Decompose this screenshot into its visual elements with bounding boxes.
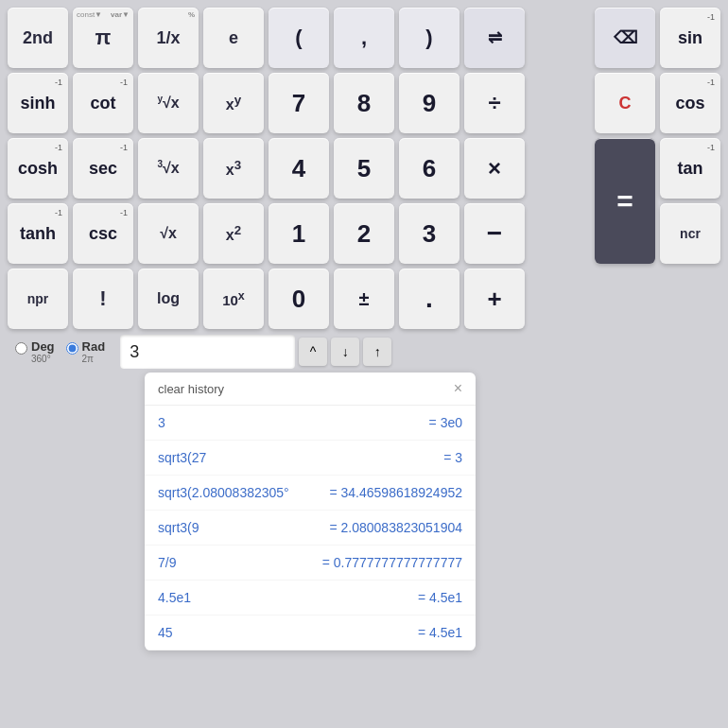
btn-blank6 — [529, 269, 590, 329]
btn-equal[interactable]: = — [595, 138, 655, 264]
history-result: = 34.46598618924952 — [329, 485, 462, 500]
rad-sublabel: 2π — [82, 354, 106, 364]
display-input[interactable] — [120, 335, 295, 369]
deg-option[interactable]: Deg 360° — [15, 339, 55, 364]
history-clear-label[interactable]: clear history — [158, 382, 224, 396]
history-item[interactable]: 7/9 = 0.7777777777777777 — [145, 546, 476, 581]
btn-4[interactable]: 4 — [269, 138, 329, 199]
btn-5[interactable]: 5 — [334, 138, 394, 199]
btn-tan[interactable]: -1 tan — [660, 138, 720, 199]
rad-radio[interactable] — [66, 342, 78, 355]
history-expr: 7/9 — [158, 555, 176, 570]
btn-tanh[interactable]: -1 tanh — [8, 203, 68, 264]
calculator: 2nd const▼ π var▼ 1/x % e ( , ) ⇌ ⌫ — [0, 0, 728, 650]
btn-blank1 — [529, 8, 590, 68]
btn-e[interactable]: e — [203, 8, 264, 68]
rad-option[interactable]: Rad 2π — [66, 339, 106, 364]
btn-0[interactable]: 0 — [269, 269, 329, 329]
btn-cosh[interactable]: -1 cosh — [8, 138, 68, 199]
history-result: = 3e0 — [429, 415, 462, 430]
btn-3[interactable]: 3 — [399, 203, 459, 264]
history-expr: sqrt3(9 — [158, 520, 199, 535]
history-panel-wrapper: clear history × 3 = 3e0 sqrt3(27 = 3 sqr… — [8, 373, 720, 650]
deg-sublabel: 360° — [31, 354, 55, 364]
btn-sec[interactable]: -1 sec — [73, 138, 133, 199]
history-expr: sqrt3(2.08008382305° — [158, 485, 289, 500]
btn-factorial[interactable]: ! — [73, 269, 133, 329]
btn-C[interactable]: C — [595, 73, 655, 133]
btn-1x[interactable]: 1/x % — [138, 8, 199, 68]
history-panel: clear history × 3 = 3e0 sqrt3(27 = 3 sqr… — [145, 373, 476, 650]
btn-npr[interactable]: npr — [8, 269, 68, 329]
mode-display-row: Deg 360° Rad 2π ^ ↓ ↑ — [8, 335, 720, 369]
btn-xcube[interactable]: x3 — [203, 138, 264, 199]
nav-up-btn[interactable]: ↑ — [363, 338, 391, 366]
buttons-grid: 2nd const▼ π var▼ 1/x % e ( , ) ⇌ ⌫ — [8, 8, 720, 329]
btn-divide[interactable]: ÷ — [464, 73, 525, 133]
history-expr: 4.5e1 — [158, 590, 191, 605]
history-list: 3 = 3e0 sqrt3(27 = 3 sqrt3(2.08008382305… — [145, 406, 476, 650]
btn-10x[interactable]: 10x — [203, 269, 264, 329]
btn-sqrt[interactable]: √x — [138, 203, 199, 264]
btn-plus[interactable]: + — [464, 269, 525, 329]
btn-cuberoot[interactable]: 3√x — [138, 138, 199, 199]
mode-selector: Deg 360° Rad 2π — [8, 339, 113, 364]
deg-radio[interactable] — [15, 342, 27, 355]
btn-close-paren[interactable]: ) — [399, 8, 459, 68]
btn-cos[interactable]: -1 cos — [660, 73, 720, 133]
history-result: = 2.080083823051904 — [329, 520, 462, 535]
btn-7[interactable]: 7 — [269, 73, 329, 133]
btn-1[interactable]: 1 — [269, 203, 329, 264]
history-expr: 3 — [158, 415, 165, 430]
history-result: = 3 — [443, 450, 462, 465]
btn-2[interactable]: 2 — [334, 203, 394, 264]
btn-log[interactable]: log — [138, 269, 199, 329]
btn-open-paren[interactable]: ( — [269, 8, 329, 68]
btn-xpowy[interactable]: xy — [203, 73, 264, 133]
history-header: clear history × — [145, 373, 476, 406]
btn-comma[interactable]: , — [334, 8, 394, 68]
nav-caret-btn[interactable]: ^ — [299, 338, 327, 366]
btn-blank7 — [595, 269, 655, 329]
history-item[interactable]: 3 = 3e0 — [145, 406, 476, 441]
btn-yroot[interactable]: y√x — [138, 73, 199, 133]
btn-minus[interactable]: − — [464, 203, 525, 264]
btn-csc[interactable]: -1 csc — [73, 203, 133, 264]
btn-backspace[interactable]: ⌫ — [595, 8, 655, 68]
btn-plusminus[interactable]: ± — [334, 269, 394, 329]
btn-swap[interactable]: ⇌ — [464, 8, 525, 68]
btn-xsq[interactable]: x2 — [203, 203, 264, 264]
history-expr: 45 — [158, 625, 173, 640]
btn-6[interactable]: 6 — [399, 138, 459, 199]
history-item[interactable]: sqrt3(2.08008382305° = 34.46598618924952 — [145, 476, 476, 511]
deg-label: Deg — [31, 339, 55, 354]
history-result: = 4.5e1 — [418, 625, 462, 640]
history-item[interactable]: sqrt3(9 = 2.080083823051904 — [145, 511, 476, 546]
history-item[interactable]: 4.5e1 = 4.5e1 — [145, 581, 476, 615]
rad-label: Rad — [82, 339, 106, 354]
btn-8[interactable]: 8 — [334, 73, 394, 133]
history-result: = 4.5e1 — [418, 590, 462, 605]
btn-ncr[interactable]: ncr — [660, 203, 720, 264]
btn-pi[interactable]: const▼ π var▼ — [73, 8, 133, 68]
history-result: = 0.7777777777777777 — [322, 555, 462, 570]
nav-down-btn[interactable]: ↓ — [331, 338, 359, 366]
display-area: ^ ↓ ↑ — [120, 335, 720, 369]
btn-blank5 — [529, 203, 590, 264]
btn-multiply[interactable]: × — [464, 138, 525, 199]
btn-cot[interactable]: -1 cot — [73, 73, 133, 133]
btn-2nd[interactable]: 2nd — [8, 8, 68, 68]
btn-blank2 — [529, 73, 590, 133]
btn-sin[interactable]: -1 sin — [660, 8, 720, 68]
history-item[interactable]: 45 = 4.5e1 — [145, 615, 476, 650]
btn-9[interactable]: 9 — [399, 73, 459, 133]
btn-sinh[interactable]: -1 sinh — [8, 73, 68, 133]
history-item[interactable]: sqrt3(27 = 3 — [145, 441, 476, 476]
btn-blank3 — [529, 138, 590, 199]
btn-dot[interactable]: . — [399, 269, 459, 329]
history-close-btn[interactable]: × — [454, 380, 462, 397]
history-expr: sqrt3(27 — [158, 450, 206, 465]
